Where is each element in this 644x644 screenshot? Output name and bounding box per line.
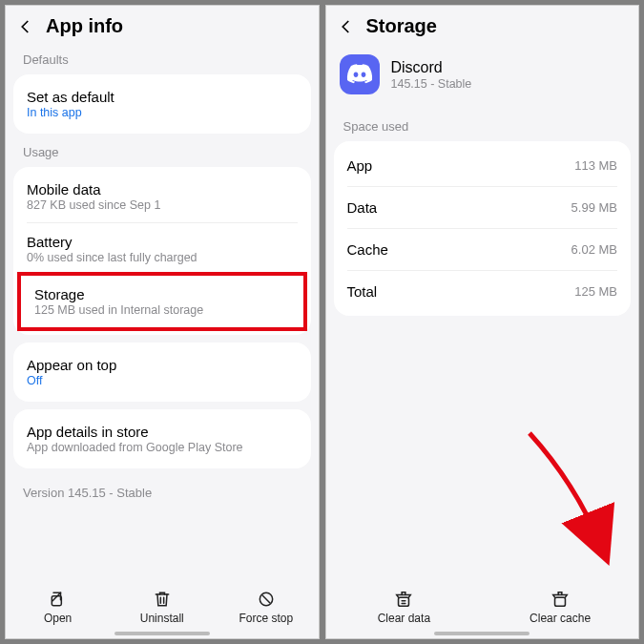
header: App info [6, 6, 319, 45]
row-storage[interactable]: Storage 125 MB used in Internal storage [17, 272, 307, 331]
trash-icon [153, 590, 172, 609]
card-defaults: Set as default In this app [13, 74, 311, 134]
bottom-bar: Clear data Clear cache [326, 582, 639, 638]
row-mobile-data[interactable]: Mobile data 827 KB used since Sep 1 [13, 171, 311, 222]
app-meta: Discord 145.15 - Stable [391, 59, 472, 91]
kv-label: Data [347, 199, 378, 216]
section-defaults: Defaults [6, 45, 319, 71]
clear-data-label: Clear data [378, 612, 430, 625]
section-usage: Usage [6, 137, 319, 163]
svg-rect-2 [399, 597, 409, 606]
uninstall-label: Uninstall [140, 612, 184, 625]
forbidden-icon [257, 590, 276, 609]
uninstall-button[interactable]: Uninstall [124, 590, 200, 625]
clear-cache-button[interactable]: Clear cache [522, 590, 598, 625]
kv-value: 6.02 MB [571, 242, 617, 257]
row-battery[interactable]: Battery 0% used since last fully charged [13, 223, 311, 275]
row-title: Set as default [27, 89, 298, 105]
card-usage: Mobile data 827 KB used since Sep 1 Batt… [13, 167, 311, 335]
row-sub: Off [27, 374, 298, 387]
kv-value: 113 MB [574, 158, 617, 173]
force-stop-button[interactable]: Force stop [228, 590, 304, 625]
kv-label: App [347, 157, 373, 174]
version-text: Version 145.15 - Stable [6, 472, 319, 513]
force-stop-label: Force stop [239, 612, 294, 625]
row-title: Appear on top [27, 357, 298, 373]
discord-icon [340, 54, 380, 94]
header: Storage [326, 6, 639, 45]
row-cache-size: Cache 6.02 MB [334, 229, 632, 270]
back-icon[interactable] [338, 18, 355, 35]
row-title: App details in store [27, 424, 298, 440]
svg-rect-3 [555, 597, 566, 606]
bottom-bar: Open Uninstall Force stop [6, 582, 319, 638]
row-data-size: Data 5.99 MB [334, 187, 632, 228]
row-total-size: Total 125 MB [334, 271, 632, 312]
row-app-details[interactable]: App details in store App downloaded from… [13, 413, 311, 465]
card-space-used: App 113 MB Data 5.99 MB Cache 6.02 MB To… [334, 141, 632, 316]
card-appear-on-top: Appear on top Off [13, 343, 311, 402]
storage-screen: Storage Discord 145.15 - Stable Space us… [325, 5, 640, 639]
app-version: 145.15 - Stable [391, 77, 472, 91]
row-appear-on-top[interactable]: Appear on top Off [13, 346, 311, 398]
clear-cache-icon [550, 590, 571, 609]
card-app-details: App details in store App downloaded from… [13, 409, 311, 468]
row-title: Storage [34, 286, 290, 302]
row-sub: 827 KB used since Sep 1 [27, 198, 298, 212]
kv-value: 5.99 MB [571, 200, 617, 215]
row-sub: App downloaded from Google Play Store [27, 441, 298, 454]
page-title: App info [46, 15, 123, 37]
row-set-default[interactable]: Set as default In this app [13, 78, 311, 130]
row-title: Mobile data [27, 181, 298, 197]
app-name: Discord [391, 59, 472, 76]
row-title: Battery [27, 234, 298, 250]
clear-data-icon [393, 590, 414, 609]
back-icon[interactable] [17, 18, 34, 35]
row-sub: In this app [27, 106, 298, 119]
open-button[interactable]: Open [20, 590, 96, 625]
clear-data-button[interactable]: Clear data [365, 590, 442, 625]
row-sub: 0% used since last fully charged [27, 251, 298, 264]
page-title: Storage [366, 15, 437, 37]
open-icon [49, 590, 68, 609]
section-space-used: Space used [326, 112, 639, 137]
kv-label: Cache [347, 241, 388, 258]
app-header: Discord 145.15 - Stable [326, 45, 639, 112]
row-app-size: App 113 MB [334, 145, 632, 186]
gesture-bar [434, 632, 530, 635]
kv-label: Total [347, 283, 378, 300]
kv-value: 125 MB [574, 284, 617, 299]
row-sub: 125 MB used in Internal storage [34, 303, 290, 317]
app-info-screen: App info Defaults Set as default In this… [5, 5, 320, 639]
clear-cache-label: Clear cache [530, 612, 591, 625]
open-label: Open [44, 612, 72, 625]
annotation-arrow [510, 428, 639, 581]
gesture-bar [114, 632, 210, 635]
